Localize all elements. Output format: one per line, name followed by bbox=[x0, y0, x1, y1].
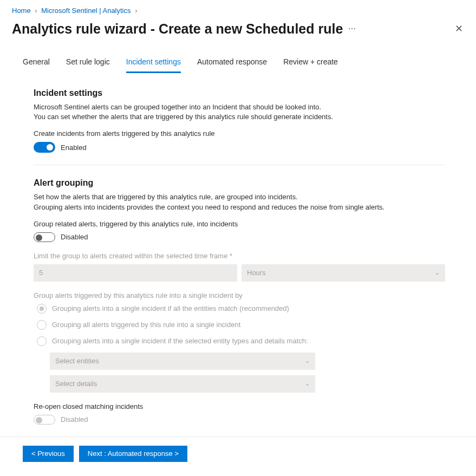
radio-all-alerts-label: Grouping all alerts triggered by this ru… bbox=[52, 321, 240, 329]
select-entities-dropdown: Select entities ⌄ bbox=[50, 353, 315, 370]
radio-selected-types bbox=[37, 336, 47, 346]
tab-automated-response[interactable]: Automated response bbox=[197, 53, 267, 73]
chevron-down-icon: ⌄ bbox=[305, 357, 310, 364]
reopen-toggle bbox=[34, 415, 55, 425]
more-icon[interactable]: ⋯ bbox=[348, 24, 356, 33]
group-related-state: Disabled bbox=[61, 233, 88, 241]
group-related-label: Group related alerts, triggered by this … bbox=[34, 220, 445, 228]
group-related-toggle[interactable] bbox=[34, 232, 55, 242]
breadcrumb-sentinel[interactable]: Microsoft Sentinel | Analytics bbox=[41, 6, 131, 15]
tab-set-rule-logic[interactable]: Set rule logic bbox=[66, 53, 110, 73]
close-icon[interactable]: ✕ bbox=[452, 19, 466, 38]
tab-review-create[interactable]: Review + create bbox=[283, 53, 338, 73]
breadcrumb: Home › Microsoft Sentinel | Analytics › bbox=[12, 6, 464, 15]
limit-unit-select: Hours ⌄ bbox=[242, 264, 445, 282]
radio-entities-match bbox=[37, 304, 47, 314]
limit-time-label: Limit the group to alerts created within… bbox=[34, 252, 445, 260]
radio-selected-types-label: Grouping alerts into a single incident i… bbox=[52, 337, 308, 345]
create-incidents-label: Create incidents from alerts triggered b… bbox=[34, 129, 445, 138]
reopen-label: Re-open closed matching incidents bbox=[34, 402, 445, 410]
tab-general[interactable]: General bbox=[23, 53, 50, 73]
grouping-method-label: Group alerts triggered by this analytics… bbox=[34, 291, 445, 299]
reopen-state: Disabled bbox=[61, 415, 88, 423]
incident-settings-heading: Incident settings bbox=[34, 88, 445, 98]
wizard-tabs: General Set rule logic Incident settings… bbox=[12, 53, 464, 73]
create-incidents-state: Enabled bbox=[61, 144, 87, 152]
radio-all-alerts bbox=[37, 320, 47, 330]
breadcrumb-home[interactable]: Home bbox=[12, 6, 31, 15]
alert-grouping-description: Set how the alerts that are triggered by… bbox=[34, 192, 445, 212]
tab-incident-settings[interactable]: Incident settings bbox=[126, 53, 181, 73]
radio-entities-match-label: Grouping alerts into a single incident i… bbox=[52, 304, 289, 312]
chevron-right-icon: › bbox=[32, 6, 39, 15]
footer-divider bbox=[0, 436, 476, 437]
limit-value-input: 5 bbox=[34, 264, 237, 282]
previous-button[interactable]: < Previous bbox=[23, 446, 74, 462]
incident-settings-description: Microsoft Sentinel alerts can be grouped… bbox=[34, 102, 445, 122]
section-divider bbox=[34, 165, 445, 165]
chevron-down-icon: ⌄ bbox=[435, 269, 440, 276]
create-incidents-toggle[interactable] bbox=[34, 142, 55, 153]
alert-grouping-heading: Alert grouping bbox=[34, 178, 445, 188]
next-button[interactable]: Next : Automated response > bbox=[79, 446, 187, 462]
chevron-down-icon: ⌄ bbox=[305, 380, 310, 387]
select-details-dropdown: Select details ⌄ bbox=[50, 375, 315, 393]
page-title: Analytics rule wizard - Create a new Sch… bbox=[12, 21, 343, 37]
chevron-right-icon: › bbox=[133, 6, 139, 15]
